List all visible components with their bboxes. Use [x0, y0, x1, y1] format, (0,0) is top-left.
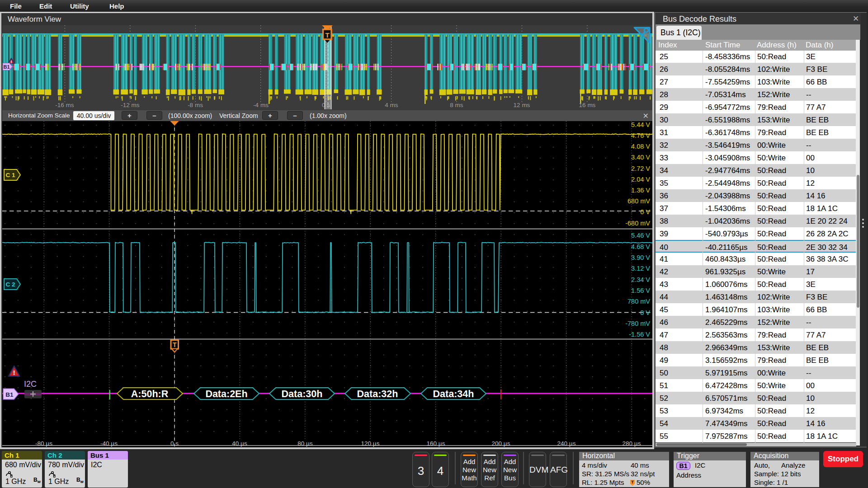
svg-text:C 2: C 2: [5, 281, 15, 288]
svg-text:-4 ms: -4 ms: [253, 102, 269, 108]
svg-text:C 1: C 1: [5, 172, 15, 178]
svg-text:!: !: [10, 59, 12, 64]
svg-text:-780 mV: -780 mV: [625, 320, 650, 327]
svg-text:3.12 V: 3.12 V: [631, 265, 650, 272]
svg-text:80 µs: 80 µs: [297, 440, 313, 447]
svg-text:B1: B1: [5, 391, 14, 398]
svg-text:-680 mV: -680 mV: [625, 220, 650, 227]
svg-text:0 V: 0 V: [640, 208, 650, 216]
svg-text:-80 µs: -80 µs: [35, 440, 52, 447]
svg-text:3.40 V: 3.40 V: [631, 154, 650, 161]
svg-text:0 s: 0 s: [170, 440, 179, 447]
svg-text:2.72 V: 2.72 V: [631, 165, 650, 172]
svg-text:0 V: 0 V: [640, 309, 650, 316]
svg-text:8 ms: 8 ms: [450, 102, 463, 108]
svg-text:160 µs: 160 µs: [427, 440, 445, 447]
svg-text:280 µs: 280 µs: [623, 440, 641, 447]
svg-text:5.46 V: 5.46 V: [631, 232, 650, 239]
svg-text:780 mV: 780 mV: [627, 298, 650, 305]
svg-text:200 µs: 200 µs: [492, 440, 510, 447]
svg-text:A:50h:R: A:50h:R: [131, 389, 169, 399]
svg-text:!: !: [13, 369, 15, 376]
svg-text:Data:32h: Data:32h: [357, 389, 398, 399]
svg-text:B1: B1: [3, 64, 9, 70]
svg-text:-16 ms: -16 ms: [55, 102, 74, 108]
svg-text:4.76 V: 4.76 V: [631, 132, 650, 139]
svg-text:-40 µs: -40 µs: [100, 440, 118, 447]
svg-text:4.68 V: 4.68 V: [631, 243, 650, 250]
svg-text:1.56 V: 1.56 V: [631, 287, 650, 294]
svg-text:3.90 V: 3.90 V: [631, 254, 650, 261]
svg-text:4.08 V: 4.08 V: [631, 143, 650, 150]
svg-text:5.44 V: 5.44 V: [631, 121, 650, 128]
svg-text:-8 ms: -8 ms: [188, 102, 203, 108]
svg-text:T: T: [631, 480, 634, 484]
svg-text:2.34 V: 2.34 V: [631, 276, 650, 283]
svg-text:40 µs: 40 µs: [232, 440, 247, 447]
svg-text:T: T: [325, 31, 329, 39]
svg-text:-12 ms: -12 ms: [121, 102, 140, 108]
svg-text:1.36 V: 1.36 V: [631, 187, 650, 194]
svg-text:16 ms: 16 ms: [579, 102, 596, 108]
svg-text:-1.56 V: -1.56 V: [629, 331, 650, 338]
svg-text:T: T: [173, 341, 177, 348]
svg-text:2.04 V: 2.04 V: [631, 176, 650, 183]
svg-text:120 µs: 120 µs: [361, 440, 380, 447]
svg-text:I2C: I2C: [24, 380, 37, 389]
svg-text:Data:2Eh: Data:2Eh: [205, 389, 247, 399]
svg-text:4 ms: 4 ms: [385, 102, 398, 108]
svg-text:680 mV: 680 mV: [627, 197, 650, 205]
svg-text:240 µs: 240 µs: [557, 440, 576, 447]
svg-text:12 ms: 12 ms: [514, 102, 530, 108]
svg-text:Data:34h: Data:34h: [433, 389, 474, 399]
svg-text:Data:30h: Data:30h: [282, 389, 323, 399]
